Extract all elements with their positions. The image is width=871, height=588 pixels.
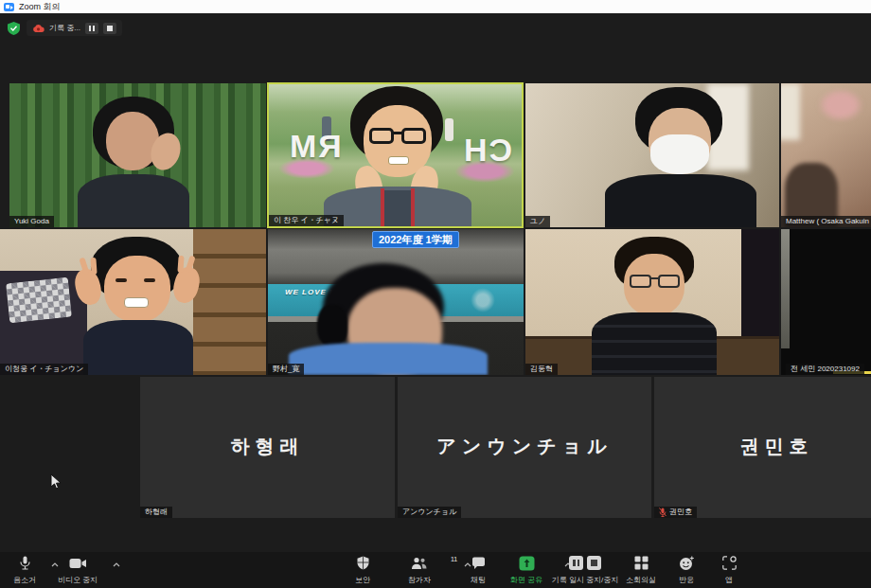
recording-stop-button[interactable]	[103, 23, 116, 34]
participant-name-label: 이 찬우 イ・チャヌ	[269, 215, 344, 226]
participant-name-label: Yuki Goda	[9, 216, 54, 227]
mute-button[interactable]: 음소거	[2, 555, 47, 585]
participant-name-label: 野村_寛	[268, 364, 304, 375]
zoom-meeting-window: Zoom 회의 기록 중... Yuki Goda MЯ HƆ	[0, 0, 871, 588]
park-sign-text-left: MЯ	[290, 128, 344, 165]
people-icon	[411, 557, 428, 570]
video-tile-matthew[interactable]: Matthew ( Osaka Gakuin Un	[781, 83, 871, 227]
record-pause-icon[interactable]	[569, 556, 583, 570]
shield-icon	[357, 556, 369, 570]
participant-name-label: Matthew ( Osaka Gakuin Un	[781, 216, 871, 227]
participants-button[interactable]: 11 참가자	[391, 555, 448, 585]
stop-video-button[interactable]: 비디오 중지	[49, 555, 106, 585]
participant-display-name: 하형래	[140, 434, 395, 459]
video-options-chevron-icon[interactable]	[113, 562, 120, 567]
mouse-cursor	[50, 473, 62, 494]
video-tile-an-unchol[interactable]: アンウンチョル アンウンチョル	[398, 377, 651, 518]
participant-name-label: ユノ	[525, 216, 550, 227]
meeting-toolbar: 음소거 비디오 중지 보안 11 참가자	[0, 552, 871, 588]
video-tile-lee-cheongung[interactable]: 이청웅 イ・チョンウン	[0, 229, 266, 375]
participant-name-label: アンウンチョル	[398, 507, 461, 518]
participant-display-name: アンウンチョル	[398, 434, 651, 459]
share-screen-arrow-icon	[519, 556, 535, 571]
encryption-shield-icon[interactable]	[8, 22, 20, 35]
video-tile-yuki-goda[interactable]: Yuki Goda	[9, 83, 266, 227]
apps-frame-icon	[722, 556, 737, 570]
video-tile-nomura[interactable]: WE LOVE KASUKABE!! 2022年度 1学期 野村_寛	[268, 229, 524, 375]
zoom-camera-icon	[4, 3, 14, 11]
participant-name-label: 전 세민 2020231092	[786, 364, 864, 375]
participant-name-label: 권민호	[654, 507, 697, 518]
record-stop-icon[interactable]	[587, 556, 601, 570]
smiley-plus-icon	[679, 556, 695, 571]
video-tile-kwon-minho[interactable]: 권민호 권민호	[654, 377, 871, 518]
cloud-record-icon	[32, 24, 44, 33]
reactions-button[interactable]: 반응	[661, 555, 712, 585]
grid-icon	[634, 556, 649, 570]
video-tile-kim-donghyuk[interactable]: 김동혁	[525, 229, 779, 375]
apps-button[interactable]: 앱	[708, 555, 750, 585]
video-tile-ha-hyeongrae[interactable]: 하형래 하형래	[140, 377, 395, 518]
participant-name-label: 이청웅 イ・チョンウン	[0, 364, 88, 375]
security-button[interactable]: 보안	[334, 555, 391, 585]
muted-mic-icon	[659, 508, 667, 517]
participant-name-label: 하형래	[140, 507, 172, 518]
speech-bubble-icon	[471, 557, 486, 570]
video-camera-icon	[69, 558, 87, 569]
chat-button[interactable]: 채팅	[453, 555, 504, 585]
video-tile-lee-chanwoo[interactable]: MЯ HƆ 이 찬우 イ・チャヌ	[267, 82, 524, 228]
recording-status-label: 기록 중...	[49, 23, 80, 33]
recording-indicator: 기록 중...	[27, 20, 122, 36]
course-banner: 2022年度 1学期	[372, 231, 459, 248]
window-titlebar: Zoom 회의	[0, 0, 871, 13]
video-tile-yuno[interactable]: ユノ	[525, 83, 779, 227]
recording-pause-button[interactable]	[85, 23, 98, 34]
window-title: Zoom 회의	[19, 1, 61, 13]
participant-display-name: 권민호	[683, 434, 871, 459]
participant-name-label: 김동혁	[525, 364, 558, 375]
park-sign-text-right: HƆ	[464, 132, 514, 169]
microphone-icon	[19, 556, 31, 571]
video-tile-jeon-semin[interactable]: 전 세민 2020231092	[781, 229, 871, 375]
